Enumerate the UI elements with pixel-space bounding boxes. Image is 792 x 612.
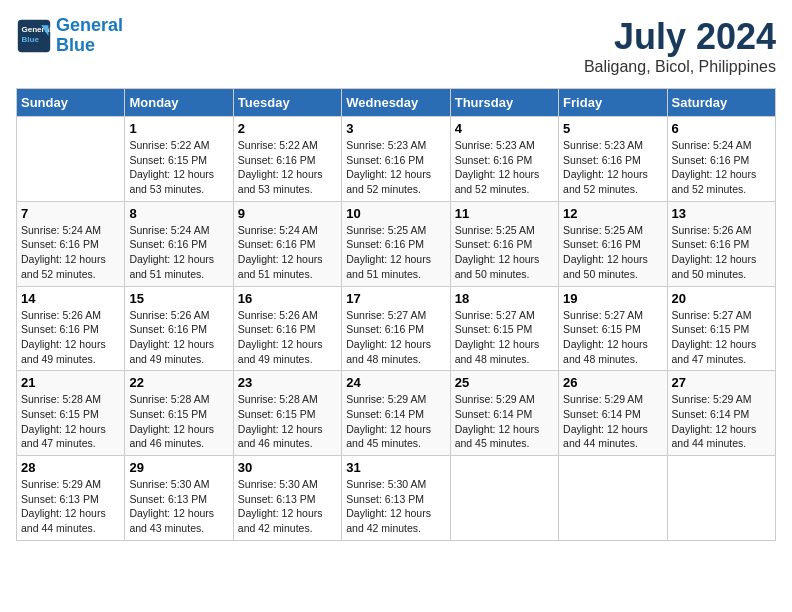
day-number: 15 (129, 291, 228, 306)
day-number: 18 (455, 291, 554, 306)
calendar-cell: 31Sunrise: 5:30 AMSunset: 6:13 PMDayligh… (342, 456, 450, 541)
calendar-cell: 29Sunrise: 5:30 AMSunset: 6:13 PMDayligh… (125, 456, 233, 541)
calendar-cell (17, 117, 125, 202)
calendar-cell (667, 456, 775, 541)
day-info: Sunrise: 5:29 AMSunset: 6:13 PMDaylight:… (21, 477, 120, 536)
logo-text: GeneralBlue (56, 16, 123, 56)
day-header: Thursday (450, 89, 558, 117)
calendar-cell: 13Sunrise: 5:26 AMSunset: 6:16 PMDayligh… (667, 201, 775, 286)
calendar-cell: 7Sunrise: 5:24 AMSunset: 6:16 PMDaylight… (17, 201, 125, 286)
calendar-cell: 18Sunrise: 5:27 AMSunset: 6:15 PMDayligh… (450, 286, 558, 371)
calendar-cell: 24Sunrise: 5:29 AMSunset: 6:14 PMDayligh… (342, 371, 450, 456)
day-info: Sunrise: 5:25 AMSunset: 6:16 PMDaylight:… (563, 223, 662, 282)
day-info: Sunrise: 5:30 AMSunset: 6:13 PMDaylight:… (346, 477, 445, 536)
day-number: 27 (672, 375, 771, 390)
day-number: 10 (346, 206, 445, 221)
logo: General Blue GeneralBlue (16, 16, 123, 56)
day-header: Tuesday (233, 89, 341, 117)
day-number: 23 (238, 375, 337, 390)
day-info: Sunrise: 5:26 AMSunset: 6:16 PMDaylight:… (672, 223, 771, 282)
main-title: July 2024 (584, 16, 776, 58)
day-number: 3 (346, 121, 445, 136)
calendar-cell: 3Sunrise: 5:23 AMSunset: 6:16 PMDaylight… (342, 117, 450, 202)
calendar-cell: 10Sunrise: 5:25 AMSunset: 6:16 PMDayligh… (342, 201, 450, 286)
calendar-cell: 12Sunrise: 5:25 AMSunset: 6:16 PMDayligh… (559, 201, 667, 286)
day-info: Sunrise: 5:26 AMSunset: 6:16 PMDaylight:… (238, 308, 337, 367)
day-number: 22 (129, 375, 228, 390)
calendar-cell: 20Sunrise: 5:27 AMSunset: 6:15 PMDayligh… (667, 286, 775, 371)
calendar-body: 1Sunrise: 5:22 AMSunset: 6:15 PMDaylight… (17, 117, 776, 541)
day-number: 9 (238, 206, 337, 221)
day-info: Sunrise: 5:29 AMSunset: 6:14 PMDaylight:… (455, 392, 554, 451)
calendar-cell: 4Sunrise: 5:23 AMSunset: 6:16 PMDaylight… (450, 117, 558, 202)
calendar-cell: 9Sunrise: 5:24 AMSunset: 6:16 PMDaylight… (233, 201, 341, 286)
day-info: Sunrise: 5:23 AMSunset: 6:16 PMDaylight:… (563, 138, 662, 197)
day-number: 5 (563, 121, 662, 136)
day-number: 31 (346, 460, 445, 475)
day-info: Sunrise: 5:23 AMSunset: 6:16 PMDaylight:… (346, 138, 445, 197)
calendar-cell: 1Sunrise: 5:22 AMSunset: 6:15 PMDaylight… (125, 117, 233, 202)
day-header: Monday (125, 89, 233, 117)
logo-icon: General Blue (16, 18, 52, 54)
day-number: 24 (346, 375, 445, 390)
calendar-header-row: SundayMondayTuesdayWednesdayThursdayFrid… (17, 89, 776, 117)
day-info: Sunrise: 5:29 AMSunset: 6:14 PMDaylight:… (563, 392, 662, 451)
day-header: Friday (559, 89, 667, 117)
calendar-cell: 17Sunrise: 5:27 AMSunset: 6:16 PMDayligh… (342, 286, 450, 371)
day-number: 26 (563, 375, 662, 390)
svg-text:Blue: Blue (21, 35, 39, 44)
day-number: 8 (129, 206, 228, 221)
calendar-week-row: 7Sunrise: 5:24 AMSunset: 6:16 PMDaylight… (17, 201, 776, 286)
day-number: 25 (455, 375, 554, 390)
day-info: Sunrise: 5:22 AMSunset: 6:15 PMDaylight:… (129, 138, 228, 197)
calendar-cell: 19Sunrise: 5:27 AMSunset: 6:15 PMDayligh… (559, 286, 667, 371)
day-number: 1 (129, 121, 228, 136)
calendar-cell: 28Sunrise: 5:29 AMSunset: 6:13 PMDayligh… (17, 456, 125, 541)
day-number: 4 (455, 121, 554, 136)
day-number: 20 (672, 291, 771, 306)
day-info: Sunrise: 5:28 AMSunset: 6:15 PMDaylight:… (238, 392, 337, 451)
day-info: Sunrise: 5:28 AMSunset: 6:15 PMDaylight:… (129, 392, 228, 451)
calendar-week-row: 14Sunrise: 5:26 AMSunset: 6:16 PMDayligh… (17, 286, 776, 371)
day-number: 11 (455, 206, 554, 221)
subtitle: Baligang, Bicol, Philippines (584, 58, 776, 76)
day-number: 16 (238, 291, 337, 306)
calendar-week-row: 1Sunrise: 5:22 AMSunset: 6:15 PMDaylight… (17, 117, 776, 202)
title-area: July 2024 Baligang, Bicol, Philippines (584, 16, 776, 76)
day-number: 28 (21, 460, 120, 475)
day-info: Sunrise: 5:24 AMSunset: 6:16 PMDaylight:… (129, 223, 228, 282)
day-number: 14 (21, 291, 120, 306)
day-number: 6 (672, 121, 771, 136)
day-number: 7 (21, 206, 120, 221)
calendar-cell: 23Sunrise: 5:28 AMSunset: 6:15 PMDayligh… (233, 371, 341, 456)
calendar-cell (450, 456, 558, 541)
day-info: Sunrise: 5:27 AMSunset: 6:15 PMDaylight:… (563, 308, 662, 367)
day-info: Sunrise: 5:23 AMSunset: 6:16 PMDaylight:… (455, 138, 554, 197)
day-info: Sunrise: 5:27 AMSunset: 6:16 PMDaylight:… (346, 308, 445, 367)
day-number: 21 (21, 375, 120, 390)
day-info: Sunrise: 5:24 AMSunset: 6:16 PMDaylight:… (672, 138, 771, 197)
day-number: 30 (238, 460, 337, 475)
calendar-cell: 8Sunrise: 5:24 AMSunset: 6:16 PMDaylight… (125, 201, 233, 286)
day-info: Sunrise: 5:22 AMSunset: 6:16 PMDaylight:… (238, 138, 337, 197)
calendar-cell: 14Sunrise: 5:26 AMSunset: 6:16 PMDayligh… (17, 286, 125, 371)
calendar-cell: 11Sunrise: 5:25 AMSunset: 6:16 PMDayligh… (450, 201, 558, 286)
calendar-cell: 15Sunrise: 5:26 AMSunset: 6:16 PMDayligh… (125, 286, 233, 371)
day-info: Sunrise: 5:26 AMSunset: 6:16 PMDaylight:… (21, 308, 120, 367)
calendar-cell: 26Sunrise: 5:29 AMSunset: 6:14 PMDayligh… (559, 371, 667, 456)
calendar-cell: 27Sunrise: 5:29 AMSunset: 6:14 PMDayligh… (667, 371, 775, 456)
day-info: Sunrise: 5:24 AMSunset: 6:16 PMDaylight:… (21, 223, 120, 282)
day-info: Sunrise: 5:29 AMSunset: 6:14 PMDaylight:… (346, 392, 445, 451)
calendar-cell: 22Sunrise: 5:28 AMSunset: 6:15 PMDayligh… (125, 371, 233, 456)
calendar-week-row: 28Sunrise: 5:29 AMSunset: 6:13 PMDayligh… (17, 456, 776, 541)
day-info: Sunrise: 5:30 AMSunset: 6:13 PMDaylight:… (238, 477, 337, 536)
calendar-cell: 21Sunrise: 5:28 AMSunset: 6:15 PMDayligh… (17, 371, 125, 456)
day-number: 19 (563, 291, 662, 306)
page-header: General Blue GeneralBlue July 2024 Balig… (16, 16, 776, 76)
calendar-cell: 2Sunrise: 5:22 AMSunset: 6:16 PMDaylight… (233, 117, 341, 202)
day-info: Sunrise: 5:27 AMSunset: 6:15 PMDaylight:… (672, 308, 771, 367)
day-number: 12 (563, 206, 662, 221)
day-info: Sunrise: 5:24 AMSunset: 6:16 PMDaylight:… (238, 223, 337, 282)
day-info: Sunrise: 5:26 AMSunset: 6:16 PMDaylight:… (129, 308, 228, 367)
calendar-cell: 30Sunrise: 5:30 AMSunset: 6:13 PMDayligh… (233, 456, 341, 541)
